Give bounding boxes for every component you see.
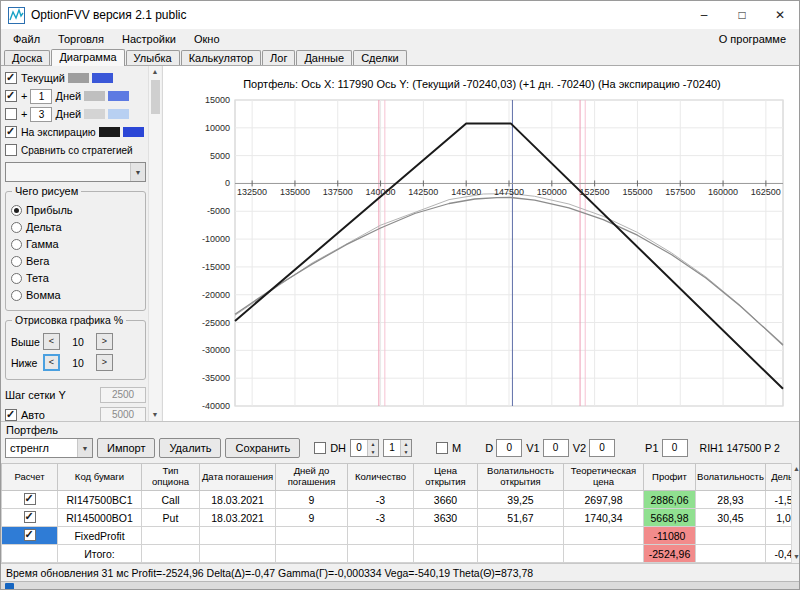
- param-p1-input[interactable]: 0: [662, 439, 688, 457]
- radio-vega[interactable]: [11, 256, 22, 267]
- scroll-down-icon[interactable]: ▼: [793, 551, 800, 563]
- minimize-button[interactable]: –: [685, 1, 723, 29]
- current-swatch-primary[interactable]: [92, 73, 113, 83]
- plus1-checkbox[interactable]: [5, 90, 17, 102]
- dh-checkbox[interactable]: [314, 442, 326, 454]
- menu-file[interactable]: Файл: [4, 31, 49, 47]
- current-checkbox[interactable]: [5, 72, 17, 84]
- row-checkbox[interactable]: [24, 493, 36, 505]
- maximize-button[interactable]: □: [723, 1, 761, 29]
- strategy-combo[interactable]: стренгл ▼: [5, 438, 93, 458]
- cell-qty: -3: [348, 509, 414, 527]
- dh-spinner-2[interactable]: 1 ▲▼: [383, 439, 412, 457]
- row-checkbox[interactable]: [24, 529, 36, 541]
- menu-trading[interactable]: Торговля: [49, 31, 113, 47]
- spinner-arrows-icon[interactable]: ▲▼: [367, 440, 378, 456]
- param-v2-input[interactable]: 0: [589, 439, 615, 457]
- save-button[interactable]: Сохранить: [225, 438, 300, 458]
- table-row: RI147500BC1 Call 18.03.2021 9 -3 3660 39…: [2, 491, 800, 509]
- range-above-decrease-button[interactable]: <: [43, 333, 60, 350]
- table-header-row: Расчет Код бумаги Тип опциона Дата погаш…: [2, 464, 800, 491]
- radio-delta[interactable]: [11, 222, 22, 233]
- col-expiry-date[interactable]: Дата погашения: [200, 464, 276, 491]
- cell-expiry: 18.03.2021: [200, 509, 276, 527]
- scroll-up-icon[interactable]: ▲: [793, 463, 800, 475]
- range-below-decrease-button[interactable]: <: [43, 354, 60, 371]
- param-v1-input[interactable]: 0: [543, 439, 569, 457]
- svg-text:-35000: -35000: [202, 373, 230, 383]
- col-profit[interactable]: Профит: [644, 464, 696, 491]
- expiration-swatch-primary[interactable]: [123, 127, 144, 137]
- tab-log[interactable]: Лог: [262, 50, 295, 65]
- auto-checkbox[interactable]: [5, 409, 17, 421]
- tab-diagram[interactable]: Диаграмма: [51, 49, 124, 66]
- col-open-vol[interactable]: Волатильность открытия: [478, 464, 564, 491]
- range-above-increase-button[interactable]: >: [96, 333, 113, 350]
- compare-checkbox[interactable]: [5, 144, 17, 156]
- plus3-days-input[interactable]: 3: [30, 107, 52, 122]
- col-days-left[interactable]: Дней до погашения: [276, 464, 348, 491]
- menu-about[interactable]: О программе: [719, 33, 796, 45]
- expiration-checkbox[interactable]: [5, 126, 17, 138]
- spinner-arrows-icon[interactable]: ▲▼: [400, 440, 411, 456]
- svg-text:5000: 5000: [210, 151, 230, 161]
- taskbar: [1, 581, 800, 590]
- delete-button[interactable]: Удалить: [159, 438, 221, 458]
- menu-window[interactable]: Окно: [185, 31, 229, 47]
- plus3-checkbox[interactable]: [5, 108, 17, 120]
- grid-step-input[interactable]: 2500: [100, 387, 146, 403]
- app-window: OptionFVV версия 2.1 public – □ ✕ Файл Т…: [0, 0, 800, 590]
- plus3-swatch-secondary[interactable]: [84, 109, 105, 119]
- radio-vomma[interactable]: [11, 290, 22, 301]
- series-row-expiration: На экспирацию: [5, 123, 146, 141]
- chart-plot[interactable]: 150001000050000-5000-10000-15000-20000-2…: [163, 90, 800, 420]
- row-checkbox[interactable]: [24, 511, 36, 523]
- cell-total-label: Итого:: [58, 545, 142, 563]
- scrollbar-thumb[interactable]: [151, 80, 160, 114]
- plus1-swatch-secondary[interactable]: [84, 91, 105, 101]
- tab-board[interactable]: Доска: [4, 50, 50, 65]
- import-button[interactable]: Импорт: [97, 438, 155, 458]
- table-scrollbar[interactable]: ▲ ▼: [791, 463, 800, 563]
- radio-profit[interactable]: [11, 205, 22, 216]
- col-open-price[interactable]: Цена открытия: [414, 464, 478, 491]
- compare-label: Сравнить со стратегией: [21, 145, 133, 156]
- col-volatility[interactable]: Волатильность: [696, 464, 766, 491]
- radio-vega-label: Вега: [26, 255, 49, 267]
- m-checkbox[interactable]: [436, 442, 448, 454]
- dh-spinner-1[interactable]: 0 ▲▼: [350, 439, 379, 457]
- col-calc[interactable]: Расчет: [2, 464, 58, 491]
- plus1-days-input[interactable]: 1: [30, 89, 52, 104]
- plus1-swatch-primary[interactable]: [108, 91, 129, 101]
- tabstrip: Доска Диаграмма Улыбка Калькулятор Лог Д…: [1, 49, 799, 65]
- expiration-swatch-secondary[interactable]: [99, 127, 120, 137]
- plus3-swatch-primary[interactable]: [108, 109, 129, 119]
- scroll-up-icon[interactable]: ▲: [152, 66, 159, 78]
- range-below-increase-button[interactable]: >: [96, 354, 113, 371]
- start-button-icon[interactable]: [5, 583, 14, 590]
- compare-strategy-combo[interactable]: ▼: [5, 162, 146, 182]
- col-type[interactable]: Тип опциона: [142, 464, 200, 491]
- tab-smile[interactable]: Улыбка: [126, 50, 180, 65]
- cell-open-price: 3630: [414, 509, 478, 527]
- auto-value-input[interactable]: 5000: [100, 407, 146, 421]
- radio-vomma-row: Вомма: [11, 289, 140, 301]
- tab-calculator[interactable]: Калькулятор: [181, 50, 261, 65]
- cell-theo: 1740,34: [564, 509, 644, 527]
- radio-gamma-label: Гамма: [26, 238, 59, 250]
- scroll-down-icon[interactable]: ▼: [152, 409, 159, 421]
- param-p1: P1 0: [645, 439, 687, 457]
- param-d-input[interactable]: 0: [496, 439, 522, 457]
- radio-theta[interactable]: [11, 273, 22, 284]
- close-button[interactable]: ✕: [761, 1, 799, 29]
- col-quantity[interactable]: Количество: [348, 464, 414, 491]
- tab-deals[interactable]: Сделки: [353, 50, 407, 65]
- current-swatch-secondary[interactable]: [68, 73, 89, 83]
- plus3-suffix: Дней: [55, 108, 81, 120]
- left-panel-scrollbar[interactable]: ▲ ▼: [148, 66, 161, 421]
- tab-data[interactable]: Данные: [296, 50, 352, 65]
- menu-settings[interactable]: Настройки: [113, 31, 185, 47]
- radio-gamma[interactable]: [11, 239, 22, 250]
- col-theo-price[interactable]: Теоретическая цена: [564, 464, 644, 491]
- col-code[interactable]: Код бумаги: [58, 464, 142, 491]
